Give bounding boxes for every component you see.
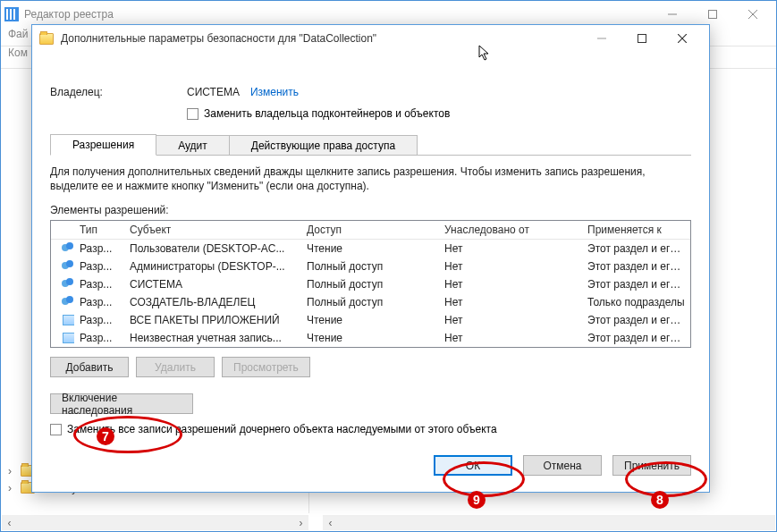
svg-rect-5 xyxy=(638,35,646,43)
cell-access: Полный доступ xyxy=(301,296,439,308)
close-button[interactable] xyxy=(662,26,702,51)
cell-subject: Неизвестная учетная запись... xyxy=(124,332,301,344)
owner-row: Владелец: СИСТЕМА Изменить xyxy=(50,82,691,102)
replace-child-row: Заменить все записи разрешений дочернего… xyxy=(50,423,691,435)
col-applied[interactable]: Применяется к xyxy=(582,221,690,239)
cell-type: Разр... xyxy=(74,260,124,273)
address-label: Ком xyxy=(8,46,28,59)
principal-icon xyxy=(62,277,74,291)
cell-subject: СИСТЕМА xyxy=(124,278,301,291)
cell-access: Чтение xyxy=(301,314,439,326)
cell-type: Разр... xyxy=(74,314,124,326)
owner-change-link[interactable]: Изменить xyxy=(250,86,299,98)
owner-label: Владелец: xyxy=(50,86,187,98)
principal-icon xyxy=(62,331,74,345)
svg-rect-1 xyxy=(708,11,716,19)
cancel-button[interactable]: Отмена xyxy=(523,455,602,476)
cell-inherited: Нет xyxy=(439,332,582,344)
folder-icon xyxy=(39,33,54,45)
cell-access: Чтение xyxy=(301,242,439,255)
apply-button[interactable]: Применить xyxy=(612,455,691,476)
replace-owner-label: Заменить владельца подконтейнеров и объе… xyxy=(204,107,450,120)
table-row[interactable]: Разр...СОЗДАТЕЛЬ-ВЛАДЕЛЕЦПолный доступНе… xyxy=(51,293,690,311)
col-inherited[interactable]: Унаследовано от xyxy=(439,221,582,239)
scroll-left-icon[interactable]: ‹ xyxy=(323,515,338,530)
cell-subject: ВСЕ ПАКЕТЫ ПРИЛОЖЕНИЙ xyxy=(124,314,301,326)
tab-audit[interactable]: Аудит xyxy=(156,135,230,155)
view-button[interactable]: Просмотреть xyxy=(222,357,310,377)
replace-child-checkbox[interactable] xyxy=(50,424,62,435)
advanced-security-dialog: Дополнительные параметры безопасности дл… xyxy=(31,24,710,493)
tab-label: Действующие права доступа xyxy=(251,139,395,152)
row-icon-cell xyxy=(51,241,74,256)
cell-inherited: Нет xyxy=(439,260,582,273)
table-row[interactable]: Разр...Неизвестная учетная запись...Чтен… xyxy=(51,329,690,347)
table-row[interactable]: Разр...СИСТЕМАПолный доступНетЭтот разде… xyxy=(51,275,690,293)
maximize-button[interactable] xyxy=(692,2,732,27)
table-row[interactable]: Разр...Пользователи (DESKTOP-AC...Чтение… xyxy=(51,240,690,258)
col-type[interactable]: Тип xyxy=(74,221,124,239)
ok-button[interactable]: ОК xyxy=(434,455,512,476)
button-label: Отмена xyxy=(543,460,581,472)
cell-type: Разр... xyxy=(74,242,124,255)
cell-subject: Пользователи (DESKTOP-AC... xyxy=(124,242,301,255)
row-icon-cell xyxy=(51,259,74,274)
cell-type: Разр... xyxy=(74,278,124,291)
cell-applied: Этот раздел и его подразделы xyxy=(582,278,690,291)
cell-access: Полный доступ xyxy=(301,278,439,291)
owner-value: СИСТЕМА xyxy=(187,86,240,98)
minimize-button[interactable] xyxy=(581,26,621,51)
row-icon-cell xyxy=(51,295,74,309)
replace-owner-checkbox[interactable] xyxy=(187,108,198,120)
cell-subject: СОЗДАТЕЛЬ-ВЛАДЕЛЕЦ xyxy=(124,296,301,308)
tab-effective-access[interactable]: Действующие права доступа xyxy=(229,135,418,155)
replace-child-label: Заменить все записи разрешений дочернего… xyxy=(67,423,497,435)
info-text: Для получения дополнительных сведений дв… xyxy=(50,165,691,193)
cell-type: Разр... xyxy=(74,332,124,344)
replace-owner-row: Заменить владельца подконтейнеров и объе… xyxy=(187,107,691,120)
dialog-titlebar[interactable]: Дополнительные параметры безопасности дл… xyxy=(32,25,709,52)
cell-inherited: Нет xyxy=(439,242,582,255)
table-row[interactable]: Разр...Администраторы (DESKTOP-...Полный… xyxy=(51,258,690,275)
scroll-left-icon[interactable]: ‹ xyxy=(2,515,17,530)
list-hscrollbar[interactable]: ‹ xyxy=(323,515,760,530)
button-label: Удалить xyxy=(155,361,196,374)
close-button[interactable] xyxy=(732,2,773,27)
scroll-right-icon[interactable]: › xyxy=(293,515,308,530)
chevron-right-icon[interactable]: › xyxy=(8,482,19,494)
chevron-right-icon[interactable]: › xyxy=(8,465,19,477)
tab-permissions[interactable]: Разрешения xyxy=(50,134,156,156)
col-access[interactable]: Доступ xyxy=(301,221,439,239)
table-row[interactable]: Разр...ВСЕ ПАКЕТЫ ПРИЛОЖЕНИЙЧтениеНетЭто… xyxy=(51,311,690,329)
cell-access: Чтение xyxy=(301,332,439,344)
button-label: Применить xyxy=(624,460,680,472)
cell-access: Полный доступ xyxy=(301,260,439,273)
enable-inheritance-button[interactable]: Включение наследования xyxy=(50,393,193,414)
principal-icon xyxy=(62,295,74,309)
cell-applied: Этот раздел и его подразделы xyxy=(582,332,690,344)
cell-applied: Этот раздел и его подразделы xyxy=(582,260,690,273)
permissions-header[interactable]: Тип Субъект Доступ Унаследовано от Приме… xyxy=(51,221,690,240)
cell-inherited: Нет xyxy=(439,296,582,308)
cell-type: Разр... xyxy=(74,296,124,308)
tree-hscrollbar[interactable]: ‹ › xyxy=(2,515,308,530)
remove-button[interactable]: Удалить xyxy=(136,357,215,377)
cell-subject: Администраторы (DESKTOP-... xyxy=(124,260,301,273)
regedit-title: Редактор реестра xyxy=(24,8,652,21)
button-label: Добавить xyxy=(65,361,113,374)
col-subject[interactable]: Субъект xyxy=(124,221,301,239)
maximize-button[interactable] xyxy=(621,26,662,51)
menu-file[interactable]: Фай xyxy=(8,28,29,40)
cell-inherited: Нет xyxy=(439,314,582,326)
permission-buttons: Добавить Удалить Просмотреть xyxy=(50,357,691,377)
row-icon-cell xyxy=(51,313,74,327)
regedit-window-controls xyxy=(652,2,773,27)
row-icon-cell xyxy=(51,331,74,345)
regedit-icon xyxy=(4,7,19,21)
add-button[interactable]: Добавить xyxy=(50,357,129,377)
minimize-button[interactable] xyxy=(652,2,692,27)
permissions-table[interactable]: Тип Субъект Доступ Унаследовано от Приме… xyxy=(50,220,691,348)
principal-icon xyxy=(62,241,74,256)
list-label: Элементы разрешений: xyxy=(50,204,691,216)
cell-inherited: Нет xyxy=(439,278,582,291)
